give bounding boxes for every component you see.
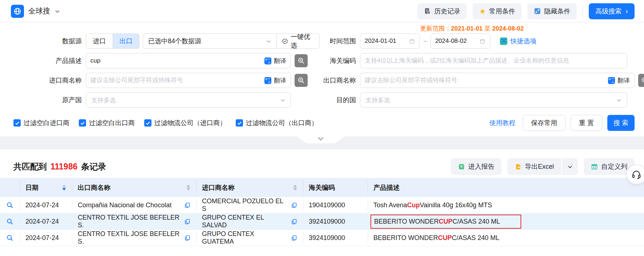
table-row: 2024-07-24CENTRO TEXTIL JOSE BEFELER S.G… bbox=[0, 230, 644, 246]
sort-toggle[interactable] bbox=[186, 185, 190, 191]
exact-match-icon-button[interactable] bbox=[638, 74, 644, 87]
origin-country-select[interactable]: 支持多选 bbox=[86, 92, 291, 108]
exporter-column-header[interactable]: 出口商名称 bbox=[72, 178, 196, 197]
exact-match-icon-button[interactable] bbox=[295, 54, 308, 67]
favorite-conditions-button[interactable]: ★ 常用条件 bbox=[473, 3, 522, 19]
origin-country-row: 原产国 支持多选 bbox=[0, 92, 320, 108]
copy-button[interactable] bbox=[181, 202, 190, 208]
update-range-start: 2021-01-01 bbox=[451, 25, 483, 32]
copy-button[interactable] bbox=[287, 219, 297, 225]
reset-button[interactable]: 重 置 bbox=[571, 115, 602, 131]
svg-text:中: 中 bbox=[608, 77, 611, 81]
end-date-input[interactable]: 2024-08-02 bbox=[430, 33, 490, 49]
table-header-row: 日期 出口商名称 进口商名称 bbox=[0, 178, 644, 197]
history-button[interactable]: 历史记录 bbox=[417, 3, 467, 19]
exporter-cell: CENTRO TEXTIL JOSE BEFELER S. bbox=[72, 230, 196, 246]
sort-toggle[interactable] bbox=[293, 185, 297, 191]
exporter-header-label: 出口商名称 bbox=[78, 183, 110, 192]
one-click-optimize-button[interactable]: 一键优选 bbox=[276, 34, 319, 48]
hide-conditions-button[interactable]: 隐藏条件 bbox=[527, 3, 577, 19]
product-desc-input[interactable] bbox=[90, 57, 264, 64]
destination-country-select[interactable]: 支持多选 bbox=[360, 92, 627, 108]
filter-checkbox-2[interactable]: 过滤物流公司（进口商） bbox=[144, 119, 226, 127]
checkbox-checked-icon[interactable] bbox=[13, 119, 21, 127]
filter-checkbox-label: 过滤物流公司（进口商） bbox=[154, 119, 226, 127]
checkbox-checked-icon[interactable] bbox=[79, 119, 86, 127]
importer-cell: GRUPO CENTEX GUATEMA bbox=[196, 230, 303, 246]
importer-column-header[interactable]: 进口商名称 bbox=[196, 178, 303, 197]
quick-options-button[interactable]: ⌘ 快捷选项 bbox=[500, 37, 536, 45]
date-column-header[interactable]: 日期 bbox=[20, 178, 72, 197]
sort-asc-icon bbox=[186, 185, 190, 187]
row-detail-button[interactable] bbox=[0, 197, 20, 213]
time-range-label: 时间范围 bbox=[320, 37, 356, 45]
copy-button[interactable] bbox=[287, 235, 297, 241]
save-favorite-button[interactable]: 保存常用 bbox=[523, 115, 566, 131]
match-count: 共匹配到 111986 条记录 bbox=[13, 161, 106, 172]
enter-report-button[interactable]: 进入报告 bbox=[451, 158, 502, 175]
count-number: 111986 bbox=[50, 162, 77, 172]
chevron-right-icon: › bbox=[625, 7, 628, 15]
filter-checkbox-0[interactable]: 过滤空白进口商 bbox=[13, 119, 69, 127]
copy-button[interactable] bbox=[181, 219, 190, 225]
customer-service-fab[interactable] bbox=[627, 165, 644, 184]
collapse-band bbox=[0, 136, 644, 149]
custom-columns-label: 自定义列 bbox=[601, 162, 627, 171]
hscode-field bbox=[360, 53, 627, 68]
importer-label: 进口商名称 bbox=[0, 76, 82, 85]
import-tab[interactable]: 进口 bbox=[86, 34, 113, 48]
search-button[interactable]: 搜 索 bbox=[607, 115, 635, 131]
svg-text:A: A bbox=[268, 60, 270, 64]
report-icon bbox=[458, 163, 465, 170]
command-icon: ⌘ bbox=[500, 37, 507, 45]
advanced-search-button[interactable]: 高级搜索 › bbox=[589, 3, 635, 19]
origin-placeholder: 支持多选 bbox=[91, 96, 116, 104]
filter-checkbox-label: 过滤物流公司（出口商） bbox=[246, 119, 318, 127]
date-cell: 2024-07-24 bbox=[20, 230, 72, 246]
datasource-group: 已选中84个数据源 一键优选 bbox=[143, 33, 320, 49]
product-desc-cell: BEBERITO WONDER CUP C/ASAS 240 ML bbox=[368, 213, 644, 229]
start-date-input[interactable]: 2024-01-01 bbox=[360, 33, 420, 49]
importer-header-label: 进口商名称 bbox=[202, 183, 235, 192]
count-suffix: 条记录 bbox=[81, 161, 106, 172]
app-brand[interactable]: 全球搜 bbox=[11, 5, 60, 18]
copy-icon bbox=[291, 202, 297, 208]
copy-button[interactable] bbox=[181, 235, 190, 241]
filter-checkbox-3[interactable]: 过滤物流公司（出口商） bbox=[236, 119, 318, 127]
columns-icon bbox=[591, 163, 598, 170]
filter-checkbox-1[interactable]: 过滤空白出口商 bbox=[79, 119, 135, 127]
datasource-select[interactable]: 已选中84个数据源 bbox=[143, 34, 276, 48]
time-range-row: 时间范围 2024-01-01 – 2024-08-02 ⌘ 快捷选项 bbox=[320, 33, 644, 49]
detail-column-header bbox=[0, 178, 20, 197]
copy-icon bbox=[291, 219, 297, 225]
export-options-caret[interactable] bbox=[561, 158, 578, 175]
origin-country-label: 原产国 bbox=[0, 96, 82, 104]
update-range-to: 至 bbox=[484, 25, 490, 32]
checkbox-checked-icon[interactable] bbox=[236, 119, 243, 127]
collapse-form-toggle[interactable] bbox=[297, 136, 345, 143]
row-detail-button[interactable] bbox=[0, 230, 20, 246]
exporter-row: 出口商名称 中A 翻译 bbox=[320, 72, 644, 88]
hscode-column-header: 海关编码 bbox=[303, 178, 368, 197]
datasource-selected-text: 已选中84个数据源 bbox=[148, 37, 201, 45]
filters-actions-row: 过滤空白进口商过滤空白出口商过滤物流公司（进口商）过滤物流公司（出口商） 使用教… bbox=[13, 115, 635, 131]
copy-icon bbox=[184, 202, 190, 208]
copy-icon bbox=[291, 235, 297, 241]
exporter-input[interactable] bbox=[365, 77, 608, 84]
export-tab[interactable]: 出口 bbox=[113, 34, 139, 48]
tutorial-link[interactable]: 使用教程 bbox=[489, 119, 515, 127]
exporter-field: 中A 翻译 bbox=[360, 73, 635, 88]
exact-match-icon-button[interactable] bbox=[295, 74, 308, 87]
translate-button[interactable]: 中A 翻译 bbox=[264, 57, 286, 65]
checkbox-checked-icon[interactable] bbox=[144, 119, 151, 127]
copy-button[interactable] bbox=[287, 202, 297, 208]
export-excel-button[interactable]: 导出Excel bbox=[507, 158, 561, 175]
translate-button[interactable]: 中A 翻译 bbox=[264, 76, 286, 85]
importer-input[interactable] bbox=[90, 77, 264, 84]
date-range-dash: – bbox=[424, 38, 427, 44]
row-detail-button[interactable] bbox=[0, 213, 20, 229]
translate-button[interactable]: 中A 翻译 bbox=[608, 76, 630, 85]
app-title: 全球搜 bbox=[28, 6, 50, 16]
hscode-input[interactable] bbox=[365, 57, 623, 64]
sort-toggle[interactable] bbox=[62, 185, 66, 191]
